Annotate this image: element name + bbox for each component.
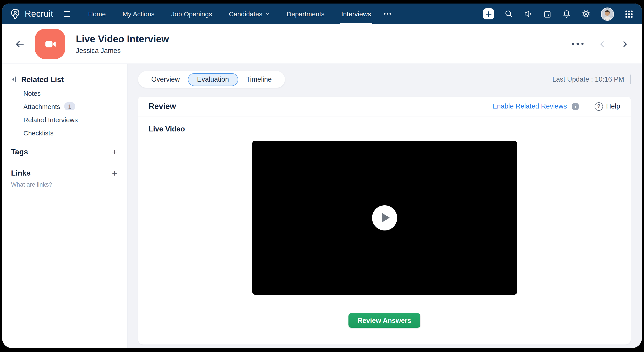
brand[interactable]: Recruit (9, 8, 53, 20)
related-list-title: Related List (21, 76, 64, 84)
add-link-button[interactable]: + (112, 167, 117, 180)
sidebar-item-attachments[interactable]: Attachments 1 (24, 100, 118, 113)
menu-toggle-icon[interactable] (64, 11, 70, 17)
related-list-items: Notes Attachments 1 Related Interviews C… (24, 86, 118, 140)
quick-add-button[interactable] (483, 8, 494, 20)
review-title: Review (149, 102, 176, 111)
tags-section-header: Tags + (11, 146, 118, 159)
links-section-header: Links + (11, 167, 118, 180)
more-actions-icon[interactable] (572, 43, 584, 45)
notifications-bell-icon[interactable] (562, 9, 571, 18)
review-card-header: Review Enable Related Reviews i ? Help (138, 96, 631, 116)
live-video-label: Live Video (149, 125, 631, 134)
play-icon (382, 213, 390, 222)
search-icon[interactable] (504, 9, 514, 18)
record-titles: Live Video Interview Jessica James (76, 33, 169, 54)
help-question-icon: ? (594, 102, 603, 110)
action-row: Review Answers (138, 313, 631, 328)
recruit-logo-icon (9, 8, 21, 20)
enable-related-reviews-link[interactable]: Enable Related Reviews (492, 102, 567, 110)
brand-name: Recruit (25, 9, 53, 19)
info-icon[interactable]: i (572, 102, 579, 110)
links-hint: What are links? (11, 181, 118, 188)
nav-item-my-actions[interactable]: My Actions (114, 4, 163, 24)
last-update-text: Last Update : 10:16 PM (552, 76, 624, 83)
sidebar-item-checklists[interactable]: Checklists (24, 126, 118, 140)
review-header-actions: Enable Related Reviews i ? Help (492, 102, 620, 111)
related-list-header: Related List (11, 76, 118, 84)
help-label: Help (606, 102, 620, 110)
page-title: Live Video Interview (76, 33, 169, 45)
sidebar-item-related-interviews[interactable]: Related Interviews (24, 113, 118, 126)
nav-item-home[interactable]: Home (80, 4, 114, 24)
links-title: Links (11, 169, 31, 178)
tab-timeline[interactable]: Timeline (238, 71, 280, 88)
sidebar: Related List Notes Attachments 1 Related… (2, 64, 128, 348)
attachments-count-badge: 1 (64, 102, 75, 110)
settings-gear-icon[interactable] (581, 9, 591, 18)
main-panel: Overview Evaluation Timeline Last Update… (128, 64, 642, 348)
primary-nav: Home My Actions Job Openings Candidates … (80, 4, 380, 24)
video-player[interactable] (252, 141, 517, 295)
play-button[interactable] (372, 205, 397, 230)
app-window: Recruit Home My Actions Job Openings Can… (2, 4, 642, 348)
toolbar-right: Last Update : 10:16 PM (552, 74, 631, 84)
navbar-right-icons (483, 7, 634, 20)
record-tabs: Overview Evaluation Timeline (138, 71, 285, 88)
review-answers-button[interactable]: Review Answers (348, 313, 420, 328)
chevron-down-icon (265, 12, 270, 16)
announcements-icon[interactable] (524, 9, 533, 18)
calendar-icon[interactable] (543, 10, 552, 18)
nav-item-interviews[interactable]: Interviews (333, 4, 379, 24)
collapse-panel-icon[interactable] (11, 76, 17, 84)
video-interview-tile-icon (35, 29, 65, 59)
review-card: Review Enable Related Reviews i ? Help L… (138, 96, 631, 344)
screen: Recruit Home My Actions Job Openings Can… (0, 0, 644, 352)
add-tag-button[interactable]: + (112, 146, 117, 159)
record-actions (572, 40, 630, 48)
help-button[interactable]: ? Help (594, 102, 620, 110)
nav-item-candidates[interactable]: Candidates (220, 4, 278, 24)
header-divider (587, 102, 587, 111)
back-arrow-icon[interactable] (14, 38, 25, 49)
previous-record-icon[interactable] (598, 40, 606, 48)
toolbar-divider (630, 74, 631, 84)
nav-item-departments[interactable]: Departments (278, 4, 333, 24)
content-area: Related List Notes Attachments 1 Related… (2, 64, 642, 348)
candidate-name: Jessica James (76, 46, 169, 54)
user-avatar[interactable] (601, 7, 614, 20)
apps-grid-icon[interactable] (624, 9, 634, 19)
tab-evaluation[interactable]: Evaluation (188, 73, 238, 86)
tab-toolbar: Overview Evaluation Timeline Last Update… (128, 71, 642, 88)
next-record-icon[interactable] (620, 40, 630, 48)
record-header: Live Video Interview Jessica James (2, 24, 642, 64)
nav-more-icon[interactable] (379, 13, 396, 14)
tab-overview[interactable]: Overview (143, 71, 188, 88)
sidebar-item-notes[interactable]: Notes (24, 86, 118, 100)
top-navbar: Recruit Home My Actions Job Openings Can… (2, 4, 642, 24)
tags-title: Tags (11, 148, 28, 156)
nav-item-job-openings[interactable]: Job Openings (163, 4, 220, 24)
